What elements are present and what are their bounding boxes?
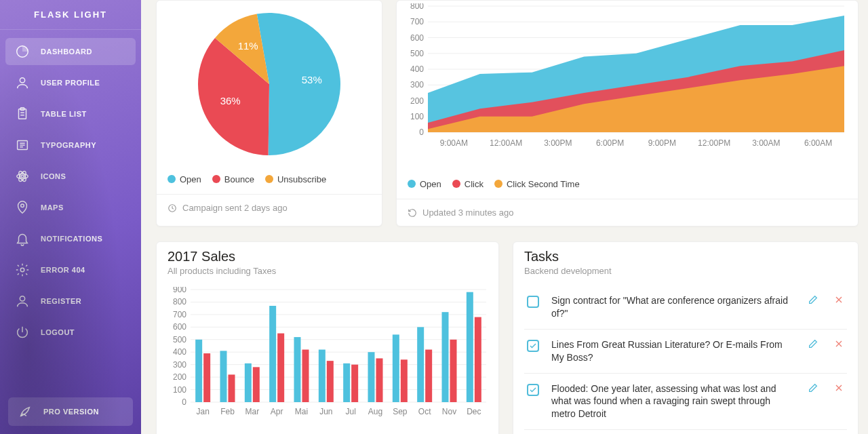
legend-item: Open bbox=[167, 174, 201, 184]
legend-item: Open bbox=[408, 179, 441, 189]
brand[interactable]: FLASK LIGHT bbox=[0, 0, 141, 30]
svg-text:700: 700 bbox=[410, 17, 424, 26]
main: 53%36%11% OpenBounceUnsubscribe Campaign… bbox=[141, 0, 868, 434]
svg-rect-75 bbox=[294, 337, 301, 402]
svg-text:Aug: Aug bbox=[368, 407, 382, 416]
svg-text:36%: 36% bbox=[220, 95, 241, 106]
svg-rect-87 bbox=[393, 334, 399, 402]
svg-text:Oct: Oct bbox=[418, 407, 431, 416]
svg-text:Jan: Jan bbox=[196, 407, 209, 416]
close-icon[interactable] bbox=[833, 382, 844, 395]
svg-rect-70 bbox=[253, 367, 260, 402]
power-icon bbox=[15, 325, 30, 340]
sidebar-item-table-list[interactable]: TABLE LIST bbox=[5, 100, 136, 127]
pro-label: PRO VERSION bbox=[43, 408, 99, 416]
pie-footer: Campaign sent 2 days ago bbox=[157, 194, 382, 221]
sidebar-item-logout[interactable]: LOGOUT bbox=[5, 319, 136, 346]
pie-card: 53%36%11% OpenBounceUnsubscribe Campaign… bbox=[156, 0, 382, 226]
svg-rect-91 bbox=[425, 350, 432, 402]
edit-icon[interactable] bbox=[808, 382, 818, 395]
bell-icon bbox=[15, 231, 30, 246]
pin-icon bbox=[15, 200, 30, 215]
svg-text:11%: 11% bbox=[238, 40, 258, 52]
edit-icon[interactable] bbox=[808, 338, 818, 351]
sidebar-item-user-profile[interactable]: USER PROFILE bbox=[5, 69, 136, 96]
svg-text:9:00PM: 9:00PM bbox=[648, 138, 676, 148]
task-checkbox[interactable] bbox=[527, 384, 539, 396]
sidebar-item-label: LOGOUT bbox=[41, 328, 75, 336]
svg-text:Sep: Sep bbox=[393, 407, 408, 416]
sales-card: 2017 Sales All products including Taxes … bbox=[156, 241, 499, 434]
svg-text:Jun: Jun bbox=[319, 407, 332, 416]
svg-text:200: 200 bbox=[410, 96, 424, 106]
sales-subtitle: All products including Taxes bbox=[167, 266, 488, 276]
svg-text:3:00PM: 3:00PM bbox=[544, 138, 572, 148]
svg-text:400: 400 bbox=[410, 64, 424, 74]
svg-text:6:00AM: 6:00AM bbox=[804, 138, 832, 148]
svg-text:Nov: Nov bbox=[442, 407, 456, 416]
sidebar-item-dashboard[interactable]: DASHBOARD bbox=[5, 38, 136, 65]
svg-text:0: 0 bbox=[419, 127, 424, 137]
svg-text:900: 900 bbox=[173, 287, 186, 294]
task-checkbox[interactable] bbox=[527, 340, 539, 352]
clipboard-icon bbox=[15, 106, 30, 121]
gear-icon bbox=[15, 262, 30, 277]
svg-rect-72 bbox=[269, 306, 276, 402]
tasks-card: Tasks Backend development Sign contract … bbox=[513, 241, 859, 434]
task-checkbox[interactable] bbox=[527, 296, 539, 308]
svg-point-10 bbox=[20, 268, 24, 272]
legend-item: Unsubscribe bbox=[265, 174, 326, 184]
news-icon bbox=[15, 138, 30, 153]
sidebar-item-icons[interactable]: ICONS bbox=[5, 163, 136, 190]
area-card: 01002003004005006007008009:00AM12:00AM3:… bbox=[396, 0, 859, 226]
svg-point-5 bbox=[21, 175, 24, 178]
svg-text:53%: 53% bbox=[302, 74, 322, 85]
area-legend: OpenClickClick Second Time bbox=[397, 152, 858, 199]
svg-text:Mai: Mai bbox=[295, 407, 308, 416]
pie-chart: 53%36%11% bbox=[191, 6, 347, 162]
bar-chart: 0100200300400500600700800900JanFebMarApr… bbox=[167, 287, 489, 432]
svg-rect-82 bbox=[351, 365, 358, 402]
task-row: Flooded: One year later, assessing what … bbox=[524, 373, 847, 430]
svg-text:400: 400 bbox=[173, 347, 186, 357]
svg-rect-64 bbox=[203, 353, 210, 402]
svg-rect-96 bbox=[467, 292, 473, 402]
sidebar-item-label: NOTIFICATIONS bbox=[41, 235, 102, 243]
tasks-subtitle: Backend development bbox=[524, 266, 847, 276]
svg-text:300: 300 bbox=[173, 360, 186, 370]
close-icon[interactable] bbox=[833, 294, 844, 307]
svg-text:3:00AM: 3:00AM bbox=[752, 138, 780, 148]
nav: DASHBOARDUSER PROFILETABLE LISTTYPOGRAPH… bbox=[0, 30, 141, 389]
svg-rect-66 bbox=[220, 351, 227, 402]
sidebar-item-register[interactable]: REGISTER bbox=[5, 288, 136, 315]
svg-text:0: 0 bbox=[182, 397, 186, 407]
sidebar-item-label: TABLE LIST bbox=[41, 110, 87, 118]
sidebar-item-maps[interactable]: MAPS bbox=[5, 194, 136, 221]
sidebar-item-typography[interactable]: TYPOGRAPHY bbox=[5, 132, 136, 159]
svg-text:Apr: Apr bbox=[271, 407, 283, 416]
svg-text:Mar: Mar bbox=[245, 407, 259, 416]
edit-icon[interactable] bbox=[808, 294, 818, 307]
legend-item: Click Second Time bbox=[494, 179, 580, 189]
sidebar-item-label: MAPS bbox=[41, 203, 64, 212]
sidebar-item-notifications[interactable]: NOTIFICATIONS bbox=[5, 225, 136, 252]
pro-version-button[interactable]: PRO VERSION bbox=[8, 397, 133, 426]
svg-text:500: 500 bbox=[173, 335, 186, 344]
svg-point-1 bbox=[20, 78, 24, 83]
svg-rect-84 bbox=[368, 352, 375, 402]
sidebar-item-label: USER PROFILE bbox=[41, 79, 100, 87]
svg-text:700: 700 bbox=[173, 310, 186, 319]
sidebar-item-error-404[interactable]: ERROR 404 bbox=[5, 256, 136, 283]
svg-point-11 bbox=[20, 296, 24, 301]
clock-icon bbox=[167, 203, 177, 213]
sidebar-item-label: ICONS bbox=[41, 172, 66, 180]
sales-title: 2017 Sales bbox=[167, 249, 488, 264]
close-icon[interactable] bbox=[833, 338, 844, 351]
user-icon bbox=[15, 75, 30, 90]
svg-text:600: 600 bbox=[410, 33, 424, 43]
svg-rect-85 bbox=[376, 358, 383, 402]
tasks-title: Tasks bbox=[524, 249, 847, 264]
svg-rect-90 bbox=[417, 327, 424, 402]
svg-text:800: 800 bbox=[410, 3, 424, 11]
rocket-icon bbox=[18, 404, 33, 419]
